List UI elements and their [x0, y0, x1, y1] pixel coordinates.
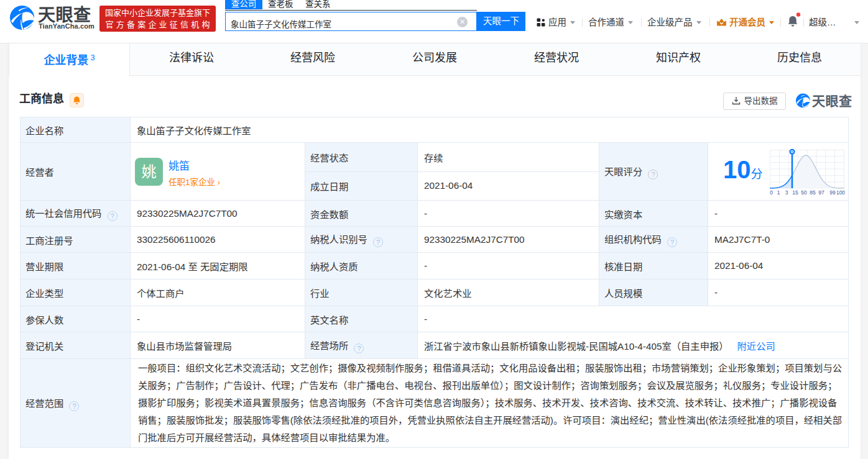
svg-text:15: 15 — [792, 189, 798, 196]
svg-text:50: 50 — [801, 189, 807, 196]
svg-text:0: 0 — [770, 189, 773, 196]
svg-text:97: 97 — [818, 189, 824, 196]
svg-text:100: 100 — [836, 189, 845, 196]
svg-text:99: 99 — [829, 189, 836, 196]
svg-text:85: 85 — [810, 189, 816, 196]
svg-text:1: 1 — [777, 189, 780, 196]
svg-text:3: 3 — [785, 189, 788, 196]
